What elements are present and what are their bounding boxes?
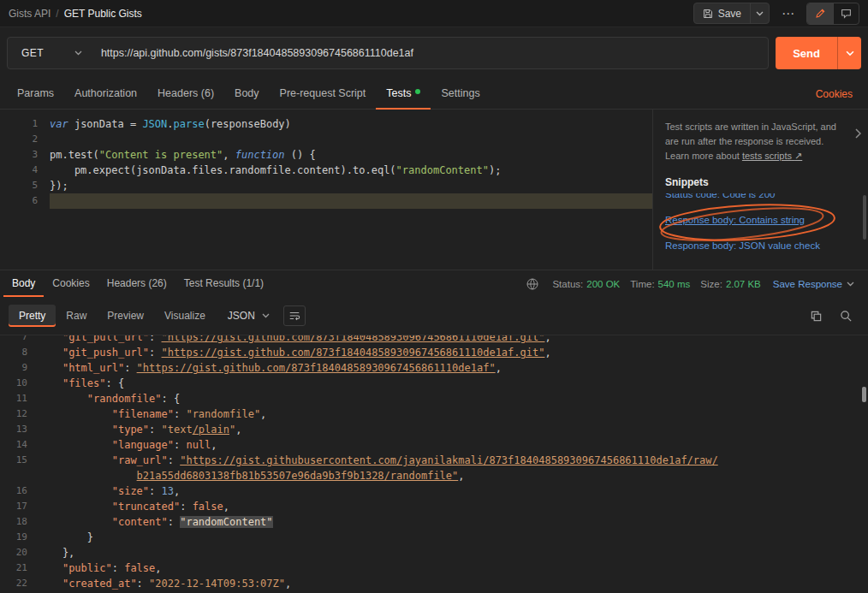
code-token — [38, 485, 112, 497]
view-visualize-button[interactable]: Visualize — [154, 305, 216, 327]
copy-button[interactable] — [810, 310, 823, 323]
tab-body[interactable]: Body — [224, 79, 270, 110]
code-token: "type" — [112, 424, 149, 436]
response-tab-body[interactable]: Body — [3, 270, 44, 297]
code-line: 1var jsonData = JSON.parse(responseBody) — [0, 116, 652, 132]
cookies-link[interactable]: Cookies — [816, 88, 861, 100]
response-scrollbar-thumb[interactable] — [862, 387, 866, 402]
code-token: : — [149, 424, 161, 436]
code-content: "size": 13, — [38, 483, 868, 499]
response-tabs-row: Body Cookies Headers (26) Test Results (… — [0, 270, 868, 297]
send-button[interactable]: Send — [776, 37, 837, 69]
response-tab-cookies[interactable]: Cookies — [44, 270, 98, 297]
format-dropdown[interactable]: JSON — [228, 310, 270, 322]
view-pretty-button[interactable]: Pretty — [9, 305, 56, 327]
code-token: "files" — [62, 377, 106, 389]
response-tab-test-results[interactable]: Test Results (1/1) — [175, 270, 272, 297]
status-label: Status: — [552, 279, 583, 289]
code-content: "public": false, — [38, 560, 868, 576]
code-token: , — [235, 424, 241, 436]
line-number: 8 — [0, 345, 38, 360]
code-token — [38, 362, 62, 374]
response-body[interactable]: 7 "git_pull_url": "https://gist.github.c… — [0, 335, 868, 593]
search-button[interactable] — [840, 310, 853, 323]
json-link[interactable]: "https://gist.github.com/873f18404858930… — [162, 335, 545, 343]
code-token: false — [124, 562, 155, 574]
snippet-status-code[interactable]: Status code: Code is 200 — [665, 193, 846, 202]
code-token: , — [458, 470, 464, 482]
json-link[interactable]: /plain — [193, 424, 229, 436]
snippets-scrollbar-thumb[interactable] — [863, 195, 866, 240]
tab-headers[interactable]: Headers (6) — [147, 79, 224, 110]
url-input[interactable] — [94, 47, 768, 59]
code-line: 14 "language": null, — [0, 437, 868, 453]
tab-pre-request-script[interactable]: Pre-request Script — [270, 79, 377, 110]
tab-authorization[interactable]: Authorization — [64, 79, 147, 110]
code-token: ); — [489, 164, 501, 176]
network-globe-icon[interactable] — [526, 278, 538, 290]
line-number: 7 — [0, 335, 38, 345]
tab-params[interactable]: Params — [7, 79, 64, 110]
line-number: 5 — [0, 178, 50, 193]
tab-tests[interactable]: Tests — [376, 79, 431, 110]
code-token: : — [174, 439, 186, 451]
line-number: 17 — [0, 499, 38, 514]
code-line: 3pm.test("Content is present", function … — [0, 147, 652, 163]
code-token: . — [167, 118, 173, 130]
code-token: null — [186, 439, 211, 451]
code-token — [38, 454, 112, 466]
code-token: , — [211, 439, 217, 451]
chevron-down-icon — [846, 50, 854, 56]
line-number: 3 — [0, 147, 50, 163]
save-response-button[interactable]: Save Response — [773, 279, 854, 289]
breadcrumb-collection[interactable]: Gists API — [9, 8, 51, 20]
code-line: 9 "html_url": "https://gist.github.com/8… — [0, 360, 868, 376]
save-button[interactable]: Save — [694, 3, 750, 23]
snippet-response-contains-string[interactable]: Response body: Contains string — [665, 213, 846, 228]
code-line: 2 — [0, 132, 652, 147]
code-token — [38, 439, 112, 451]
tab-label: Authorization — [74, 87, 137, 99]
method-selector[interactable]: GET — [8, 38, 94, 68]
edit-button[interactable] — [807, 3, 833, 24]
tab-label: Body — [235, 87, 259, 99]
chevron-down-icon — [74, 50, 82, 56]
line-number: 14 — [0, 437, 38, 453]
chevron-right-icon[interactable] — [855, 128, 861, 143]
code-token: "randomContent" — [180, 516, 272, 528]
more-options-button[interactable]: ⋯ — [778, 6, 798, 21]
time-label: Time: — [630, 279, 654, 289]
size-value: 2.07 KB — [726, 279, 761, 289]
tab-settings[interactable]: Settings — [431, 79, 490, 110]
code-content: "filename": "randomfile", — [38, 406, 868, 422]
tests-help-panel: Test scripts are written in JavaScript, … — [652, 110, 868, 270]
json-link[interactable]: "https://gist.github.com/873f18404858930… — [162, 347, 545, 359]
tests-script-editor[interactable]: 1var jsonData = JSON.parse(responseBody)… — [0, 110, 652, 270]
line-number: 13 — [0, 422, 38, 437]
link-label: tests scripts — [742, 151, 792, 161]
snippet-json-value-check[interactable]: Response body: JSON value check — [665, 239, 846, 253]
pencil-icon — [815, 8, 826, 19]
response-tab-headers[interactable]: Headers (26) — [98, 270, 175, 297]
tests-status-dot — [415, 89, 420, 94]
code-line: b21a55dd6803138fb81b53507e96da9b3f9b1328… — [0, 468, 868, 483]
view-label: Preview — [107, 310, 144, 322]
code-token — [38, 578, 62, 590]
json-link[interactable]: b21a55dd6803138fb81b53507e96da9b3f9b1328… — [137, 470, 459, 482]
snippet-label: Response body: JSON value check — [665, 240, 820, 251]
json-link[interactable]: "https://gist.githubusercontent.com/jaya… — [180, 454, 718, 466]
send-dropdown-button[interactable] — [837, 37, 861, 69]
code-token: var — [50, 118, 68, 130]
line-wrap-toggle[interactable] — [283, 305, 306, 326]
view-preview-button[interactable]: Preview — [97, 305, 154, 327]
tests-scripts-link[interactable]: tests scripts ↗ — [742, 151, 802, 161]
code-token: : — [149, 335, 161, 343]
comment-button[interactable] — [833, 3, 859, 24]
save-dropdown-button[interactable] — [750, 3, 769, 23]
json-link[interactable]: "https://gist.github.com/873f18404858930… — [137, 362, 496, 374]
tab-label: Headers (6) — [158, 87, 214, 99]
view-raw-button[interactable]: Raw — [56, 305, 97, 327]
send-button-group: Send — [776, 37, 861, 69]
code-content: "randomfile": { — [38, 391, 868, 406]
breadcrumb-request: GET Public Gists — [64, 8, 142, 20]
